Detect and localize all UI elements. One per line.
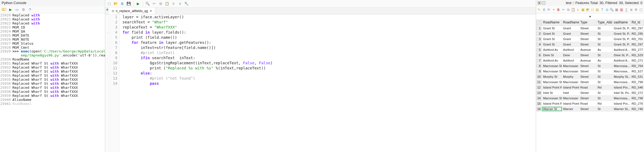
select-all-icon[interactable]: ▦	[581, 7, 585, 12]
clear-icon[interactable]: ⌦	[2, 7, 6, 12]
attribute-table-panel: ▣ × test :: Features Total: 30, Filtered…	[536, 0, 644, 152]
conditional-format-icon[interactable]: ≣	[629, 7, 633, 12]
undock-icon[interactable]: ▣	[538, 1, 541, 5]
paste-icon[interactable]: 📋	[165, 1, 169, 6]
attribute-rows[interactable]: 1Grant StGrantStreetStGrant St, P...RD_2…	[536, 26, 644, 152]
help-icon[interactable]: ?	[28, 7, 32, 12]
delete-field-icon[interactable]: ▥	[619, 7, 623, 12]
select-by-expression-icon[interactable]: ε	[576, 7, 580, 12]
copy-icon[interactable]: ⧉	[158, 1, 163, 6]
deselect-icon[interactable]: ◻	[591, 7, 595, 12]
console-line: 25940AliasName	[0, 98, 105, 102]
add-feature-icon[interactable]: ＋	[552, 7, 556, 12]
console-line: 25926MGM_NOTE	[0, 38, 105, 42]
zoom-to-selection-icon[interactable]: 🔍	[610, 7, 614, 12]
table-row[interactable]: 11Macrossan StMacrossanStreetStMacrossa.…	[536, 79, 644, 85]
table-row[interactable]: 7Ashford AvAshfordAvenueAvAshford A...RD…	[536, 58, 644, 63]
attribute-header: RoadName RoadName1 Type Type_Abb oadName…	[536, 19, 644, 26]
comment-icon[interactable]: #	[171, 1, 176, 6]
close-icon[interactable]: ✕	[149, 9, 152, 13]
console-line: 25938Replaced Wharf St with WharfXXX	[0, 90, 105, 94]
dirty-icon: ▤	[112, 9, 114, 12]
options-icon[interactable]: ⚙	[21, 7, 26, 12]
new-file-icon[interactable]: ▢	[107, 1, 112, 6]
table-row[interactable]: 12Island Point RdIsland PointRoadRdIslan…	[536, 85, 644, 90]
actions-icon[interactable]: ⚙	[634, 7, 638, 12]
script-editor-panel: ▢ 📂 🗎 💾 ▶ 🔍 ✂ ⧉ 📋 # ⋕ 🔧 ◈ ▤ n_replace_al…	[105, 0, 536, 152]
console-line: 25941RoadName1	[0, 102, 105, 106]
column-rd-id[interactable]: Rd_Id	[631, 19, 643, 25]
field-calculator-icon[interactable]: ∑	[624, 7, 628, 12]
save-icon[interactable]: 💾	[126, 1, 131, 6]
table-row[interactable]: 10Murphy StMurphyStreetStMurphy St...RD_…	[536, 74, 644, 79]
paste-features-icon[interactable]: 📋	[571, 7, 575, 12]
code-editor[interactable]: ---- 1234567891011121314 layer = iface.a…	[105, 15, 536, 152]
table-row[interactable]: 1Grant StGrantStreetStGrant St, P...RD_2…	[536, 26, 644, 31]
reload-icon[interactable]: ⟳	[547, 7, 551, 12]
table-row[interactable]: 14Macrossan StMacrossanStreetStMacrossa.…	[536, 96, 644, 101]
console-line: 25925MGM_DATE	[0, 34, 105, 38]
filter-dropdown-icon[interactable]: ▾	[536, 13, 644, 19]
table-row[interactable]: 16Warner StWarnerStreetStWarner St,...RD…	[536, 106, 644, 112]
console-line: 25924MGM_QA	[0, 30, 105, 34]
column-type-abb[interactable]: Type_Abb	[597, 19, 613, 25]
column-roadname1[interactable]: RoadName1	[562, 19, 579, 25]
object-inspector-icon[interactable]: 🔧	[184, 1, 189, 6]
console-line: 25932Replaced Wharf St with WharfXXX	[0, 66, 105, 70]
move-selection-top-icon[interactable]: ⤒	[600, 7, 604, 12]
bookmark-icon[interactable]: ◈	[105, 8, 109, 14]
editor-toolbar: ▢ 📂 🗎 💾 ▶ 🔍 ✂ ⧉ 📋 # ⋕ 🔧	[105, 0, 536, 8]
delete-feature-icon[interactable]: 🗑	[557, 7, 561, 12]
tab-label: n_replace_allfields_qg	[116, 9, 148, 13]
console-title-bar: Python Console	[0, 0, 105, 6]
python-console-panel: Python Console ⌦ ▶ ▭ ⚙ ? 25920Replaced w…	[0, 0, 105, 152]
save-edits-icon[interactable]: ⎙	[542, 7, 546, 12]
console-title: Python Console	[2, 0, 26, 6]
attribute-title: test :: Features Total: 30, Filtered: 30…	[566, 0, 642, 6]
save-as-icon[interactable]: 🗎	[120, 1, 125, 6]
console-line: 25921Replaced with	[0, 17, 105, 22]
filter-selection-icon[interactable]: ▤	[595, 7, 599, 12]
console-output[interactable]: 25920Replaced with25921Replaced with2592…	[0, 13, 105, 152]
edit-toggle-icon[interactable]: ✎	[537, 7, 541, 12]
console-line: 25934Replaced Wharf St with WharfXXX	[0, 74, 105, 78]
uncomment-icon[interactable]: ⋕	[178, 1, 182, 6]
console-line: 25927MGM_Status	[0, 42, 105, 46]
table-row[interactable]: 9Macrossan StMacrossanStreetStMacrossa..…	[536, 69, 644, 74]
console-line: 25928MGM_Cmnt	[0, 46, 105, 50]
table-row[interactable]: 5Ashford AvAshfordAvenueAvAshford A...RD…	[536, 47, 644, 52]
console-line: 25929>>> exec(open('C:/Users/George/AppD…	[0, 50, 105, 54]
column-roadname2[interactable]: oadName	[613, 19, 631, 25]
table-row[interactable]: 8Macrossan StMacrossanStreetStMacrossa..…	[536, 63, 644, 69]
invert-selection-icon[interactable]: ◩	[586, 7, 590, 12]
pan-to-selection-icon[interactable]: ◎	[605, 7, 609, 12]
cut-icon[interactable]: ✂	[152, 1, 156, 6]
console-line: 25930RoadName	[0, 58, 105, 62]
cut-features-icon[interactable]: ✂	[561, 7, 565, 12]
table-row[interactable]: 13Inlet StInletStreetStInlet St, Po...RD…	[536, 90, 644, 96]
run-script-icon[interactable]: ▶	[136, 1, 141, 6]
attribute-toolbar: ✎ ⎙ ⟳ ＋ 🗑 ✂ ⧉ 📋 ε ▦ ◩ ◻ ▤ ⤒ ◎ 🔍 ▦ ▥ ∑ ≣ …	[536, 6, 644, 13]
run-icon[interactable]: ▶	[8, 7, 13, 12]
dock-icon[interactable]: ▢	[639, 7, 643, 12]
copy-features-icon[interactable]: ⧉	[566, 7, 570, 12]
console-line: 25936Replaced Wharf St with WharfXXX	[0, 82, 105, 86]
table-row[interactable]: 4Grant StGrantStreetStGrant St, P...RD_2…	[536, 42, 644, 47]
editor-tabs: ◈ ▤ n_replace_allfields_qg ✕	[105, 8, 536, 15]
column-index[interactable]	[536, 19, 542, 25]
new-field-icon[interactable]: ▦	[615, 7, 619, 12]
column-type[interactable]: Type	[579, 19, 597, 25]
console-line: 25939Replaced Wharf St with WharfXXX	[0, 94, 105, 98]
tab-script[interactable]: ▤ n_replace_allfields_qg ✕	[109, 8, 155, 14]
table-row[interactable]: 15Island Point RdIsland PointRoadRdIslan…	[536, 101, 644, 106]
find-icon[interactable]: 🔍	[145, 1, 150, 6]
column-roadname[interactable]: RoadName	[542, 19, 562, 25]
close-panel-icon[interactable]: ×	[542, 1, 545, 5]
table-row[interactable]: 6Dixie StDixieStreetStDixie St, P...RD_5…	[536, 52, 644, 58]
console-line: 25935Replaced Wharf St with WharfXXX	[0, 78, 105, 82]
console-line: 25931Replaced Wharf St with WharfXXX	[0, 62, 105, 66]
open-file-icon[interactable]: 📂	[113, 1, 118, 6]
table-row[interactable]: 3Grant StGrantStreetStGrant St, P...RD_7…	[536, 36, 644, 42]
show-editor-icon[interactable]: ▭	[15, 7, 19, 12]
table-row[interactable]: 2Grant StGrantStreetStGrant St, P...RD_2…	[536, 31, 644, 36]
